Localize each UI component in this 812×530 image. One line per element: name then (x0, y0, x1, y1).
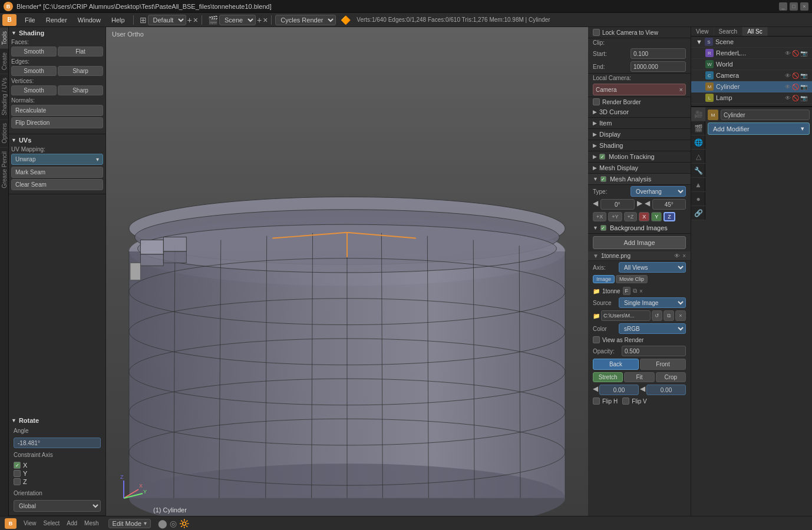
angle-field[interactable]: -18.481° (14, 438, 101, 448)
lamp-restrict-icon[interactable]: 🚫 (792, 95, 799, 101)
add-image-button[interactable]: Add Image (593, 236, 686, 249)
view-as-render-row[interactable]: View as Render (588, 335, 691, 344)
camera-vis-icon[interactable]: 👁 (785, 72, 791, 79)
type-select[interactable]: Overhang (631, 186, 686, 197)
camera-render-icon[interactable]: 📷 (800, 72, 807, 79)
data-prop-tab[interactable]: ▲ (691, 178, 705, 192)
close-scene-button[interactable]: × (263, 15, 268, 25)
rendered-mode-icon[interactable]: 🔆 (179, 519, 189, 528)
angle-next-button[interactable]: ▶ (637, 199, 642, 210)
bg-images-checkbox[interactable] (600, 225, 606, 231)
search-tab[interactable]: Search (714, 27, 743, 36)
help-menu[interactable]: Help (107, 15, 130, 25)
view-status[interactable]: View (21, 520, 39, 526)
axis-select[interactable]: All Views (619, 262, 686, 273)
path-browse-button[interactable]: ⧉ (664, 310, 674, 321)
angle-prev-button[interactable]: ◀ (593, 199, 598, 210)
mesh-display-item[interactable]: ▶ Mesh Display (588, 163, 691, 174)
uvs-header[interactable]: ▼ UVs (11, 137, 103, 144)
add-scene-button[interactable]: + (257, 15, 262, 25)
start-field[interactable]: 0.100 (631, 48, 686, 59)
folder-icon[interactable]: 📁 (593, 288, 600, 294)
smooth-edges-button[interactable]: Smooth (11, 66, 57, 76)
unwrap-dropdown[interactable]: Unwrap ▾ (11, 154, 103, 165)
plus-z-button[interactable]: +Z (624, 212, 638, 221)
object-prop-tab[interactable]: △ (691, 150, 705, 164)
camera-restrict-icon[interactable]: 🚫 (792, 72, 799, 79)
lamp-render-icon[interactable]: 📷 (800, 95, 807, 101)
view-tab[interactable]: View (691, 27, 714, 36)
path-folder-icon[interactable]: 📁 (593, 313, 600, 319)
view-as-render-checkbox[interactable] (593, 336, 600, 343)
world-prop-tab[interactable]: 🌐 (691, 135, 705, 150)
sharp-vertices-button[interactable]: Sharp (58, 85, 103, 95)
cursor-3d-item[interactable]: ▶ 3D Cursor (588, 107, 691, 118)
minus-y-button[interactable]: Y (651, 212, 662, 221)
object-name-field[interactable]: Cylinder (721, 110, 810, 120)
options-tab[interactable]: Options (0, 119, 8, 147)
lock-camera-checkbox[interactable] (593, 29, 600, 36)
image-remove-button[interactable]: × (682, 253, 686, 259)
render-engine-select[interactable]: Cycles Render (275, 15, 336, 25)
path-field[interactable]: C:\Users\M... (601, 310, 651, 321)
fit-button[interactable]: Fit (624, 372, 654, 382)
close-workspace-button[interactable]: × (193, 15, 198, 25)
y-decrement[interactable]: ◀ (640, 385, 645, 395)
angle-prev2-button[interactable]: ◀ (645, 199, 650, 210)
clear-seam-button[interactable]: Clear Seam (11, 179, 103, 190)
angle2-field[interactable]: 45° (652, 199, 686, 210)
material-prop-tab[interactable]: ● (691, 192, 705, 206)
cyl-restrict-icon[interactable]: 🚫 (792, 84, 799, 90)
x-decrement[interactable]: ◀ (593, 385, 598, 395)
ma-checkbox[interactable] (600, 176, 606, 182)
flip-h-checkbox[interactable] (593, 398, 600, 405)
wire-mode-icon[interactable]: ◎ (170, 519, 177, 528)
add-workspace-button[interactable]: + (187, 15, 192, 25)
path-remove-button[interactable]: × (675, 310, 686, 321)
lock-camera-row[interactable]: Lock Camera to View (588, 27, 691, 38)
status-logo[interactable]: B (5, 518, 16, 529)
z-axis-checkbox[interactable] (14, 478, 21, 485)
x-axis-checkbox[interactable] (14, 462, 21, 469)
render-border-row[interactable]: Render Border (588, 97, 691, 107)
render-layer-vis-icon[interactable]: 👁 (785, 50, 791, 57)
close-button[interactable]: × (800, 2, 808, 11)
create-tab[interactable]: Create (0, 48, 8, 74)
minus-z-button[interactable]: Z (664, 212, 675, 221)
select-status[interactable]: Select (41, 520, 62, 526)
flip-v-checkbox[interactable] (622, 398, 629, 405)
orientation-select[interactable]: Global (14, 500, 101, 512)
mesh-analysis-item[interactable]: ▼ Mesh Analysis (588, 174, 691, 185)
mesh-status[interactable]: Mesh (82, 520, 101, 526)
render-layer-item[interactable]: R RenderL... 👁 🚫 📷 (691, 48, 812, 59)
window-menu[interactable]: Window (73, 15, 105, 25)
smooth-vertices-button[interactable]: Smooth (11, 85, 57, 95)
world-item[interactable]: W World (691, 59, 812, 70)
add-modifier-dropdown[interactable]: Add Modifier ▾ (708, 122, 810, 135)
scene-item[interactable]: ▼ S Scene (691, 37, 812, 48)
all-sc-tab[interactable]: All Sc (742, 27, 768, 36)
image-entry-arrow[interactable]: ▼ (593, 253, 599, 259)
scene-prop-tab[interactable]: 🎬 (691, 121, 705, 135)
render-prop-tab[interactable]: 🎥 (691, 107, 705, 121)
modifier-prop-tab[interactable]: 🔧 (691, 164, 705, 178)
lamp-vis-icon[interactable]: 👁 (785, 95, 791, 101)
image-close-icon[interactable]: × (639, 288, 643, 294)
sharp-edges-button[interactable]: Sharp (58, 66, 103, 76)
x-field[interactable]: 0.00 (599, 385, 639, 395)
scene-select[interactable]: Scene (219, 15, 256, 25)
shading-header[interactable]: ▼ Shading (11, 29, 103, 37)
camera-input[interactable] (596, 87, 679, 93)
color-select[interactable]: sRGB (619, 323, 686, 334)
back-button[interactable]: Back (593, 359, 639, 370)
f-button[interactable]: F (623, 287, 631, 295)
workspace-select[interactable]: Default (148, 15, 186, 25)
front-button[interactable]: Front (640, 359, 686, 370)
shading-item[interactable]: ▶ Shading (588, 140, 691, 151)
solid-mode-icon[interactable]: ⬤ (158, 519, 167, 528)
image-button[interactable]: Image (593, 275, 615, 283)
image-duplicate-icon[interactable]: ⧉ (633, 287, 637, 294)
plus-y-button[interactable]: +Y (608, 212, 622, 221)
mark-seam-button[interactable]: Mark Seam (11, 167, 103, 178)
angle1-field[interactable]: 0° (600, 199, 635, 210)
